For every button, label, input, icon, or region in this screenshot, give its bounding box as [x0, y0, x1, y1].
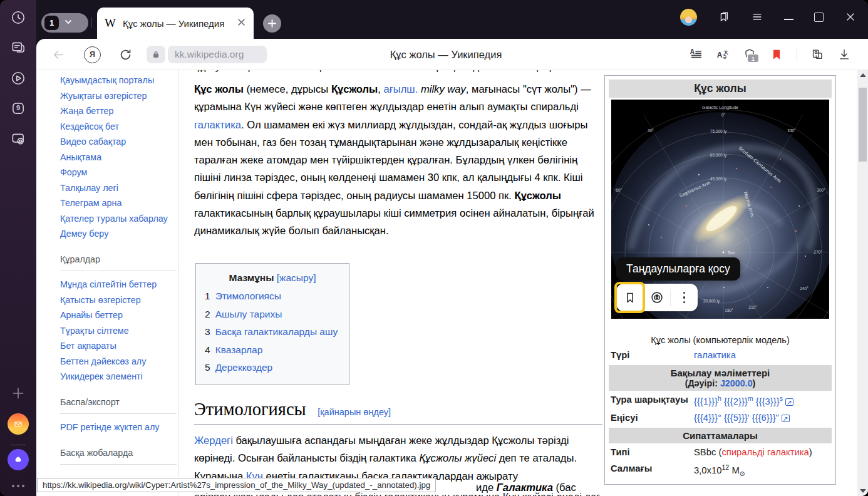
reload-button[interactable]	[118, 39, 133, 70]
window-maximize-button[interactable]	[814, 13, 824, 22]
svg-text:0°: 0°	[721, 113, 726, 117]
rail-more-dots-icon[interactable]	[12, 485, 24, 487]
bookmark-image-button[interactable]	[616, 284, 643, 311]
new-tab-button[interactable]	[263, 14, 281, 33]
spiral-galaxy-redlink[interactable]: спиральді галактика	[721, 447, 809, 457]
alice-assistant-icon[interactable]	[8, 449, 29, 470]
galaxy-link[interactable]: галактика	[694, 350, 736, 360]
svg-text:75,000 ly: 75,000 ly	[710, 129, 727, 134]
bookmarks-panel-icon[interactable]	[718, 11, 730, 23]
toc-item: 1Этимологиясы	[205, 287, 340, 306]
tab-title: Құс жолы — Уикипедия	[123, 18, 234, 29]
ra-label-link[interactable]: Тура шарықтауы	[611, 395, 688, 405]
svg-text:60,000 ly: 60,000 ly	[710, 153, 727, 158]
back-button[interactable]	[51, 39, 66, 70]
visual-search-button[interactable]	[643, 284, 670, 311]
address-bar[interactable]: kk.wikipedia.org	[168, 46, 267, 63]
scroll-up-arrow[interactable]	[857, 70, 868, 80]
tab-group-badge: 1	[44, 16, 59, 30]
sidebar-link[interactable]: Жуықтағы өзгерістер	[60, 88, 172, 104]
infobox: Құс жолы	[604, 75, 836, 485]
link-earth[interactable]: Жердегі	[194, 435, 233, 447]
page-title-center: Құс жолы — Уикипедия	[224, 39, 668, 70]
add-panel-icon[interactable]	[10, 385, 26, 401]
wiki-sidebar: Қауымдастық порталы Жуықтағы өзгерістер …	[60, 73, 172, 470]
section-heading: Этимологиясы	[194, 400, 306, 419]
sidebar-link[interactable]: Талқылау легі	[60, 180, 172, 196]
chevron-down-icon[interactable]	[64, 18, 73, 29]
article-intro-paragraph: Құс жолы (немесе, дұрысы Құсжолы, ағылш.…	[194, 81, 602, 240]
yandex-mail-icon[interactable]	[8, 413, 29, 435]
type-label-link[interactable]: Типі	[611, 447, 630, 457]
toc-item: 4Квазарлар	[205, 341, 340, 359]
video-play-icon[interactable]	[10, 70, 26, 86]
svg-text:210°: 210°	[748, 305, 757, 309]
window-close-button[interactable]	[844, 11, 857, 23]
sidebar-link[interactable]: Анықтама	[60, 150, 172, 165]
sidebar-link[interactable]: Бет ақпараты	[60, 338, 172, 354]
window-minimize-button[interactable]	[784, 14, 793, 20]
svg-text:30,000 ly: 30,000 ly	[703, 299, 720, 304]
edit-source-link[interactable]: [қайнарын өңдеу]	[318, 407, 391, 417]
dec-label-link[interactable]: Еңісуі	[611, 413, 638, 423]
tabs-counter-icon[interactable]: 9	[10, 100, 26, 116]
sidebar-link[interactable]: PDF ретінде жүктеп алу	[60, 420, 172, 435]
sidebar-link[interactable]: Қауымдастық порталы	[60, 73, 172, 88]
notes-feed-icon[interactable]	[10, 39, 26, 56]
sidebar-link[interactable]: Жаңа беттер	[60, 103, 172, 119]
collections-icon[interactable]	[810, 48, 824, 61]
tab-strip: 1 W Құс жолы — Уикипедия	[36, 0, 868, 39]
sidebar-link[interactable]: Қателер туралы хабарлау	[60, 211, 172, 227]
screenshot-camera-icon[interactable]	[10, 131, 26, 147]
galaxy-image[interactable]: Galactic Longitude 0° 30° 330° 60° 300° …	[611, 100, 829, 319]
scrollbar-thumb[interactable]	[859, 88, 867, 162]
bookmark-saved-icon[interactable]	[770, 48, 783, 61]
yandex-home-button[interactable]: Я	[84, 39, 101, 70]
external-link-icon[interactable]: ↗	[785, 398, 793, 406]
infobox-row-morphology: Типі SBbc (спиральді галактика)	[605, 445, 835, 460]
svg-text:180°: 180°	[725, 308, 733, 313]
sidebar-link[interactable]: Мұнда сілтейтін беттер	[60, 277, 172, 292]
image-more-menu-button[interactable]	[671, 284, 698, 311]
sidebar-link[interactable]: Видео сабақтар	[60, 134, 172, 150]
site-security-lock-icon[interactable]	[147, 46, 165, 63]
menu-hamburger-icon[interactable]	[751, 11, 763, 23]
epoch-link[interactable]: J2000.0	[720, 378, 753, 388]
translate-icon[interactable]: Aә	[716, 48, 730, 61]
link-galaxy[interactable]: галактика	[194, 119, 241, 131]
download-icon[interactable]	[837, 48, 851, 61]
sidebar-link[interactable]: Демеу беру	[60, 226, 172, 242]
sidebar-link[interactable]: Тұрақты сілтеме	[60, 323, 172, 339]
infobox-section-observation: Бақылау мәліметтері (Дәуірі: J2000.0)	[609, 365, 832, 391]
browser-side-rail: 9	[0, 0, 36, 496]
sidebar-link[interactable]: Беттен дәйексөз алу	[60, 354, 172, 369]
active-tab[interactable]: W Құс жолы — Уикипедия	[97, 8, 254, 39]
sidebar-heading-projects: Басқа жобаларда	[60, 445, 177, 465]
image-label: Galactic Longitude	[702, 105, 738, 110]
svg-text:330°: 330°	[787, 128, 796, 133]
sidebar-link[interactable]: Арнайы беттер	[60, 307, 172, 323]
mass-label-link[interactable]: Салмағы	[611, 463, 652, 473]
toc-hide-link[interactable]: [жасыру]	[277, 272, 316, 283]
svg-text:240°: 240°	[800, 286, 809, 291]
sidebar-link[interactable]: Телеграм арна	[60, 195, 172, 211]
svg-text:45,000 ly: 45,000 ly	[710, 177, 727, 182]
page-scrollbar[interactable]	[857, 70, 868, 496]
history-clock-icon[interactable]	[10, 9, 26, 26]
external-link-icon[interactable]: ↗	[782, 415, 790, 422]
section-heading-wrap: Этимологиясы [қайнарын өңдеу]	[194, 400, 602, 425]
tab-close-icon[interactable]	[237, 18, 246, 29]
tab-group-pill[interactable]: 1	[41, 13, 88, 33]
hovered-link-url: https://kk.wikipedia.org/wiki/Сурет:Arti…	[43, 480, 430, 490]
link-english[interactable]: ағылш.	[383, 83, 418, 95]
profile-avatar[interactable]	[680, 9, 697, 26]
toc-item: 5Дереккөздер	[205, 359, 340, 377]
reader-mode-icon[interactable]: A	[689, 48, 703, 61]
sidebar-link[interactable]: Уикидерек элементі	[60, 369, 172, 385]
sidebar-link[interactable]: Форум	[60, 165, 172, 180]
sidebar-link[interactable]: Кездейсоқ бет	[60, 119, 172, 135]
protect-shield-icon[interactable]: 1	[743, 48, 757, 61]
sidebar-link[interactable]: Қатысты өзгерістер	[60, 292, 172, 308]
url-text: kk.wikipedia.org	[175, 49, 244, 60]
scroll-down-arrow[interactable]	[857, 486, 868, 496]
